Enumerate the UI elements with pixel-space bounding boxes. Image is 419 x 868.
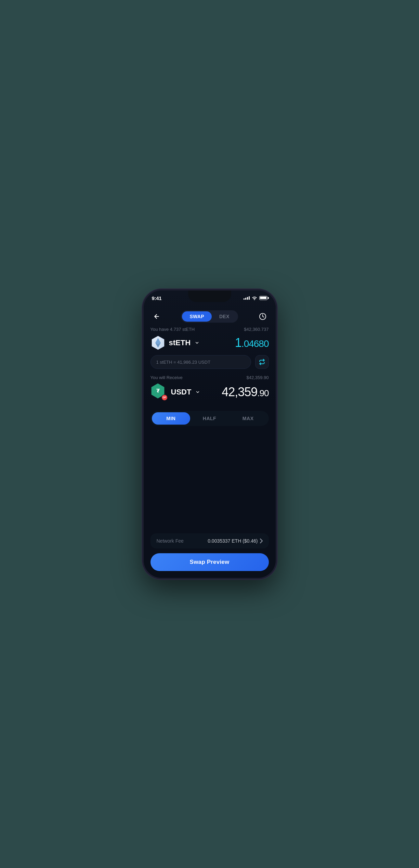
signal-icon — [244, 296, 250, 300]
half-button[interactable]: HALF — [190, 412, 229, 425]
usdt-icon-wrap: ₮ OP — [150, 384, 168, 401]
nav-tabs: SWAP DEX — [181, 310, 238, 323]
from-balance-hint: You have 4.737 stETH $42,360.737 — [150, 327, 269, 332]
history-button[interactable] — [257, 310, 269, 323]
to-amount-decimal: .90 — [257, 388, 269, 398]
from-token-name: stETH — [169, 338, 191, 347]
receive-hint: You will Receive $42,359.90 — [150, 375, 269, 380]
wifi-icon — [252, 296, 257, 300]
from-token-chevron — [195, 340, 199, 345]
chevron-right-icon — [260, 539, 263, 543]
to-token-selector[interactable]: ₮ OP USDT — [150, 384, 200, 401]
svg-text:₮: ₮ — [156, 388, 160, 393]
max-button[interactable]: MAX — [229, 412, 267, 425]
spacer — [150, 431, 269, 533]
network-fee-amount: 0.0035337 ETH ($0.46) — [208, 538, 258, 544]
back-button[interactable] — [150, 310, 163, 323]
from-token-selector[interactable]: stETH — [150, 335, 200, 350]
network-fee-section[interactable]: Network Fee 0.0035337 ETH ($0.46) — [150, 533, 269, 548]
exchange-rate-text: 1 stETH = 41,986.23 USDT — [156, 360, 211, 365]
to-token-amount: 42,359.90 — [222, 385, 269, 399]
from-token-amount: 1.04680 — [235, 336, 269, 350]
battery-icon — [259, 296, 267, 300]
tab-swap[interactable]: SWAP — [182, 311, 211, 322]
to-token-chevron — [195, 390, 200, 394]
swap-arrows-icon — [259, 359, 265, 365]
amount-selector: MIN HALF MAX — [150, 411, 269, 426]
tab-dex[interactable]: DEX — [212, 311, 237, 322]
network-fee-label: Network Fee — [157, 538, 184, 544]
status-icons — [244, 295, 267, 300]
to-amount-whole: 42,359 — [222, 385, 257, 399]
usdt-tether-icon: ₮ — [154, 387, 162, 395]
from-balance-label: You have 4.737 stETH — [150, 327, 195, 332]
op-badge: OP — [161, 394, 168, 401]
to-token-name: USDT — [171, 388, 192, 397]
from-amount-decimal: .04680 — [241, 338, 269, 349]
nav-bar: SWAP DEX — [144, 308, 276, 327]
from-balance-usd: $42,360.737 — [244, 327, 269, 332]
exchange-rate-row: 1 stETH = 41,986.23 USDT — [150, 355, 269, 369]
exchange-swap-button[interactable] — [255, 355, 269, 369]
from-amount-whole: 1 — [235, 336, 241, 350]
receive-label: You will Receive — [150, 375, 183, 380]
network-fee-value: 0.0035337 ETH ($0.46) — [208, 538, 262, 544]
status-time: 9:41 — [152, 295, 162, 301]
to-token-row: ₮ OP USDT 42,359.90 — [150, 384, 269, 401]
from-token-row: stETH 1.04680 — [150, 335, 269, 350]
exchange-rate-pill: 1 stETH = 41,986.23 USDT — [150, 355, 251, 369]
steth-icon — [150, 335, 166, 350]
phone-screen: 9:41 — [144, 290, 276, 578]
receive-usd: $42,359.90 — [246, 375, 269, 380]
notch — [188, 290, 231, 302]
min-button[interactable]: MIN — [152, 412, 191, 425]
phone-frame: 9:41 — [143, 290, 276, 579]
main-content: You have 4.737 stETH $42,360.737 — [144, 327, 276, 578]
swap-preview-button[interactable]: Swap Preview — [150, 553, 269, 571]
